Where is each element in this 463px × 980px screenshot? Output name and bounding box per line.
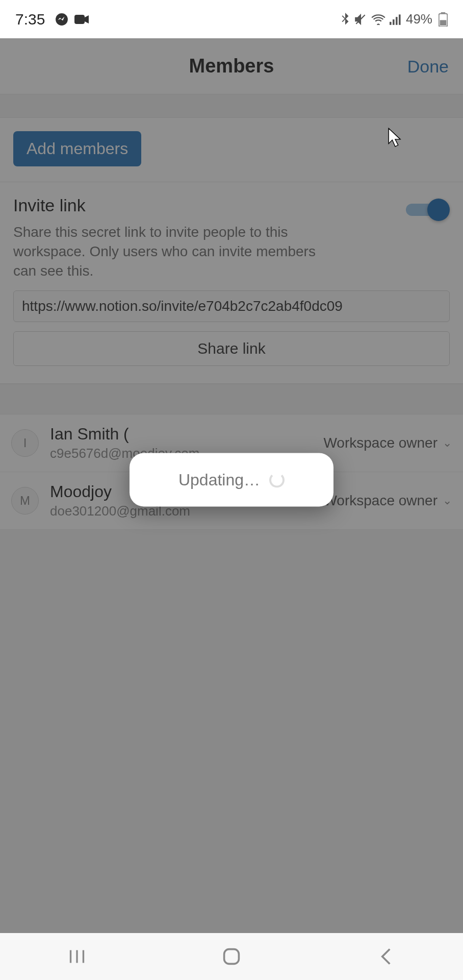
messenger-icon <box>55 13 68 26</box>
svg-rect-2 <box>390 21 392 24</box>
battery-percent: 49% <box>406 11 432 27</box>
svg-rect-3 <box>393 19 395 25</box>
page-title: Members <box>189 55 274 77</box>
updating-modal: Updating… <box>130 453 333 507</box>
android-nav-bar <box>0 933 463 980</box>
section-gap <box>0 384 463 414</box>
svg-rect-5 <box>399 14 401 24</box>
svg-rect-1 <box>74 15 85 24</box>
spinner-icon <box>269 472 285 487</box>
avatar: M <box>11 487 39 514</box>
wifi-icon <box>371 14 385 25</box>
battery-icon <box>439 12 448 27</box>
svg-rect-12 <box>224 949 239 964</box>
member-role-label: Workspace owner <box>323 493 438 509</box>
chevron-down-icon: ⌄ <box>443 494 452 507</box>
empty-area <box>0 530 463 933</box>
spacer <box>0 94 463 118</box>
share-link-button[interactable]: Share link <box>13 331 450 366</box>
member-role-select[interactable]: Workspace owner ⌄ <box>323 493 452 509</box>
bluetooth-icon <box>341 13 350 26</box>
avatar: I <box>11 429 39 457</box>
back-button[interactable] <box>355 941 417 972</box>
mute-vibrate-icon <box>354 13 367 26</box>
add-members-button[interactable]: Add members <box>13 131 141 166</box>
invite-link-toggle[interactable] <box>406 199 450 221</box>
recents-button[interactable] <box>46 941 108 972</box>
invite-link-section: Invite link Share this secret link to in… <box>0 182 463 384</box>
invite-link-description: Share this secret link to invite people … <box>13 223 329 280</box>
member-role-label: Workspace owner <box>323 435 438 451</box>
video-icon <box>74 14 90 25</box>
updating-text: Updating… <box>178 471 260 489</box>
app-header: Members Done <box>0 38 463 94</box>
home-button[interactable] <box>201 941 262 972</box>
svg-rect-4 <box>396 17 398 25</box>
done-button[interactable]: Done <box>407 56 449 76</box>
status-time: 7:35 <box>15 11 45 28</box>
status-bar: 7:35 49% <box>0 0 463 38</box>
member-role-select[interactable]: Workspace owner ⌄ <box>323 435 452 451</box>
chevron-down-icon: ⌄ <box>443 436 452 450</box>
add-members-section: Add members <box>0 118 463 182</box>
svg-rect-8 <box>440 20 447 26</box>
invite-link-url[interactable]: https://www.notion.so/invite/e704b2c7c2a… <box>13 290 450 322</box>
member-name: Ian Smith ( <box>50 425 317 444</box>
invite-link-title: Invite link <box>13 195 329 215</box>
signal-icon <box>390 14 402 25</box>
